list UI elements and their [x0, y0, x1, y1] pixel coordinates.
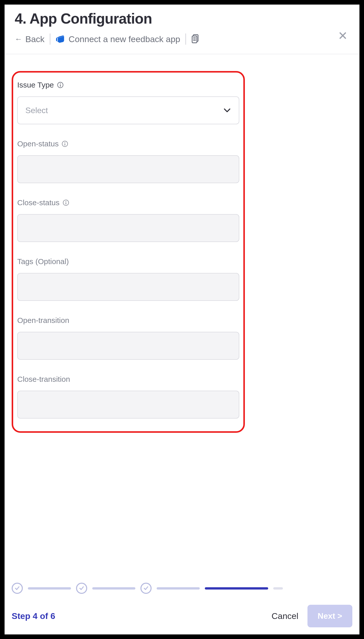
- arrow-left-icon: ←: [15, 35, 22, 43]
- step-2: [76, 583, 135, 594]
- label-text: Close-transition: [17, 375, 70, 384]
- azure-devops-icon: [56, 34, 65, 44]
- modal-header: 4. App Configuration ← Back Connect a ne…: [5, 5, 359, 54]
- breadcrumb-current: Connect a new feedback app: [56, 34, 180, 44]
- svg-rect-10: [65, 143, 65, 146]
- step-counter: Step 4 of 6: [12, 611, 55, 621]
- close-icon: ✕: [338, 29, 348, 42]
- modal-footer: Step 4 of 6 Cancel Next >: [5, 582, 359, 634]
- field-close-status: Close-status: [17, 198, 239, 242]
- next-button[interactable]: Next >: [307, 605, 352, 627]
- field-open-status: Open-status: [17, 140, 239, 183]
- back-label: Back: [25, 34, 45, 44]
- label-text: Open-status: [17, 140, 59, 148]
- breadcrumb-label: Connect a new feedback app: [69, 34, 180, 44]
- tags-input[interactable]: [17, 273, 239, 301]
- step-check-icon: [76, 583, 87, 594]
- field-issue-type: Issue Type Select: [17, 81, 239, 124]
- step-check-icon: [12, 583, 23, 594]
- form-highlight: Issue Type Select Open-status: [12, 71, 245, 433]
- info-icon[interactable]: [63, 199, 69, 206]
- info-icon[interactable]: [57, 82, 64, 88]
- svg-rect-13: [65, 202, 66, 204]
- modal-frame: 4. App Configuration ← Back Connect a ne…: [5, 5, 359, 634]
- back-button[interactable]: ← Back: [15, 34, 45, 44]
- field-label: Tags (Optional): [17, 257, 239, 266]
- label-text: Close-status: [17, 198, 60, 207]
- field-label: Open-transition: [17, 316, 239, 325]
- field-tags: Tags (Optional): [17, 257, 239, 301]
- svg-rect-7: [60, 84, 61, 87]
- info-icon[interactable]: [62, 141, 68, 147]
- close-transition-input[interactable]: [17, 391, 239, 419]
- close-status-input[interactable]: [17, 214, 239, 242]
- step-bar-todo: [273, 587, 283, 590]
- footer-actions: Cancel Next >: [271, 605, 352, 627]
- field-close-transition: Close-transition: [17, 375, 239, 419]
- open-transition-input[interactable]: [17, 332, 239, 360]
- field-label: Open-status: [17, 140, 239, 148]
- modal-body: Issue Type Select Open-status: [5, 54, 359, 582]
- label-text: Issue Type: [17, 81, 54, 89]
- step-bar-done: [92, 587, 135, 590]
- svg-point-9: [65, 142, 65, 143]
- field-open-transition: Open-transition: [17, 316, 239, 360]
- step-1: [12, 583, 71, 594]
- label-text: Tags (Optional): [17, 257, 69, 266]
- step-check-icon: [140, 583, 152, 594]
- chevron-down-icon: [223, 106, 231, 114]
- step-bar-current: [205, 587, 268, 590]
- step-3: [140, 583, 200, 594]
- svg-rect-1: [192, 36, 197, 43]
- divider: [185, 33, 186, 45]
- footer-row: Step 4 of 6 Cancel Next >: [12, 605, 352, 627]
- close-button[interactable]: ✕: [338, 30, 348, 42]
- field-label: Close-status: [17, 198, 239, 207]
- cancel-button[interactable]: Cancel: [271, 611, 298, 621]
- step-bar-done: [157, 587, 200, 590]
- divider: [50, 33, 50, 45]
- open-status-input[interactable]: [17, 155, 239, 183]
- svg-point-12: [65, 201, 66, 202]
- issue-type-select[interactable]: Select: [17, 96, 239, 124]
- copy-button[interactable]: [191, 34, 200, 44]
- field-label: Issue Type: [17, 81, 239, 89]
- field-label: Close-transition: [17, 375, 239, 384]
- label-text: Open-transition: [17, 316, 69, 325]
- svg-point-6: [60, 83, 61, 84]
- copy-icon: [192, 34, 200, 44]
- step-bar-done: [28, 587, 71, 590]
- select-placeholder: Select: [25, 106, 48, 115]
- page-title: 4. App Configuration: [15, 10, 349, 27]
- breadcrumb: ← Back Connect a new feedback app: [15, 33, 349, 45]
- step-progress: [12, 582, 352, 595]
